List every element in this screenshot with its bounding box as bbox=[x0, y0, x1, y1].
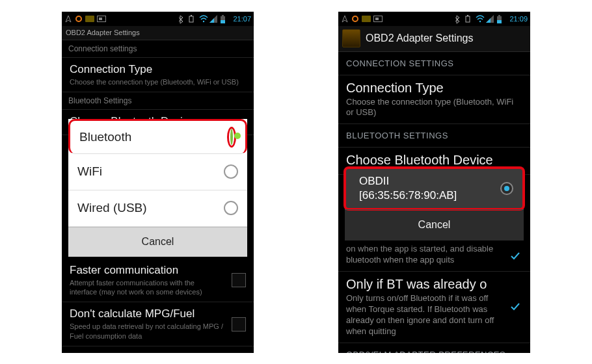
svg-rect-9 bbox=[222, 15, 224, 16]
signal-icon bbox=[486, 15, 494, 23]
device-name: OBDII bbox=[359, 174, 457, 188]
item-enhanced-mpg[interactable]: Enhanced MPG calculation bbox=[62, 346, 254, 353]
radio-icon bbox=[224, 201, 238, 215]
checkmark-icon[interactable] bbox=[508, 249, 522, 263]
wifi-icon bbox=[476, 15, 483, 23]
page-title: OBD2 Adapter Settings bbox=[366, 32, 473, 44]
title-bar: OBD2 Adapter Settings bbox=[62, 26, 254, 40]
button-label: Cancel bbox=[418, 219, 451, 231]
svg-rect-13 bbox=[467, 15, 468, 16]
item-title: Enhanced MPG calculation bbox=[70, 352, 246, 353]
battery-icon bbox=[496, 15, 504, 23]
battery-icon bbox=[220, 15, 228, 23]
badge-icon bbox=[362, 16, 371, 22]
battery-small-icon bbox=[189, 15, 196, 23]
item-title: Connection Type bbox=[346, 81, 522, 96]
option-label: Bluetooth bbox=[79, 130, 131, 144]
item-summary: Choose the connection type (Bluetooth, W… bbox=[70, 77, 246, 86]
option-wifi[interactable]: WiFi bbox=[68, 154, 247, 190]
option-wired-usb[interactable]: Wired (USB) bbox=[68, 190, 247, 227]
bluetooth-icon bbox=[455, 15, 463, 23]
item-title: Choose Bluetooth Device bbox=[346, 153, 522, 168]
item-summary: Only turns on/off Bluetooth if it was of… bbox=[346, 293, 522, 337]
page-title: OBD2 Adapter Settings bbox=[66, 29, 140, 36]
item-title: Only if BT was already o bbox=[346, 277, 522, 292]
svg-marker-0 bbox=[66, 16, 71, 22]
image-icon bbox=[373, 16, 383, 22]
checkmark-icon[interactable] bbox=[508, 300, 522, 314]
nav-icon bbox=[341, 15, 349, 23]
status-bar: 21:09 bbox=[338, 12, 530, 26]
clock: 21:09 bbox=[509, 15, 528, 23]
category-obd2-elm: OBD2/ELM ADAPTER PREFERENCES bbox=[338, 343, 530, 353]
device-mac: [66:35:56:78:90:AB] bbox=[359, 188, 457, 203]
cancel-button[interactable]: Cancel bbox=[345, 209, 524, 240]
svg-marker-6 bbox=[209, 18, 214, 23]
phone-left: 21:07 OBD2 Adapter Settings Connection s… bbox=[62, 12, 254, 353]
svg-rect-3 bbox=[191, 15, 192, 16]
option-bluetooth[interactable]: Bluetooth bbox=[68, 119, 247, 154]
item-dont-calc-mpg[interactable]: Don't calculate MPG/Fuel Speed up data r… bbox=[62, 302, 254, 346]
choose-bt-device-dialog: OBDII [66:35:56:78:90:AB] Cancel bbox=[345, 168, 524, 240]
category-connection: Connection settings bbox=[62, 40, 254, 58]
item-connection-type[interactable]: Connection Type Choose the connection ty… bbox=[62, 58, 254, 92]
item-faster-communication[interactable]: Faster communication Attempt faster comm… bbox=[62, 259, 254, 303]
item-summary: Choose the connection type (Bluetooth, W… bbox=[346, 97, 522, 119]
radio-highlight bbox=[227, 127, 236, 148]
action-bar: OBD2 Adapter Settings bbox=[338, 26, 530, 52]
checkbox[interactable] bbox=[232, 273, 246, 287]
item-summary: Attempt faster communications with the i… bbox=[70, 278, 246, 297]
nav-icon bbox=[64, 15, 72, 23]
radio-icon bbox=[230, 129, 233, 145]
item-connection-type[interactable]: Connection Type Choose the connection ty… bbox=[338, 75, 530, 125]
status-bar: 21:07 bbox=[62, 12, 254, 26]
svg-rect-2 bbox=[189, 16, 193, 22]
category-bluetooth: BLUETOOTH SETTINGS bbox=[338, 124, 530, 148]
category-connection: CONNECTION SETTINGS bbox=[338, 52, 530, 75]
item-title: Connection Type bbox=[70, 63, 246, 76]
item-title: Don't calculate MPG/Fuel bbox=[70, 307, 246, 320]
svg-point-11 bbox=[353, 16, 358, 21]
sync-icon bbox=[75, 15, 83, 23]
badge-icon bbox=[85, 16, 94, 22]
svg-rect-19 bbox=[498, 15, 500, 16]
checkbox[interactable] bbox=[232, 317, 246, 332]
wifi-icon bbox=[199, 15, 207, 23]
sync-icon bbox=[351, 15, 359, 23]
battery-small-icon bbox=[465, 15, 473, 23]
item-only-if-bt-already-on[interactable]: Only if BT was already o Only turns on/o… bbox=[338, 272, 530, 343]
svg-marker-10 bbox=[342, 16, 347, 22]
radio-icon bbox=[500, 182, 513, 195]
phone-right: 21:09 OBD2 Adapter Settings CONNECTION S… bbox=[338, 12, 530, 353]
svg-rect-12 bbox=[466, 16, 470, 22]
item-summary: Speed up data retrieval by not calculati… bbox=[70, 322, 246, 341]
item-title: Faster communication bbox=[70, 264, 246, 277]
svg-point-14 bbox=[479, 20, 481, 21]
signal-icon bbox=[209, 15, 217, 23]
button-label: Cancel bbox=[142, 236, 174, 248]
radio-icon bbox=[224, 164, 238, 179]
svg-point-1 bbox=[76, 16, 81, 21]
option-label: WiFi bbox=[77, 164, 102, 179]
category-bluetooth: Bluetooth Settings bbox=[62, 92, 254, 110]
svg-rect-18 bbox=[497, 20, 502, 23]
cancel-button[interactable]: Cancel bbox=[68, 227, 247, 257]
svg-rect-8 bbox=[221, 20, 225, 23]
svg-point-4 bbox=[203, 20, 204, 21]
clock: 21:07 bbox=[233, 15, 251, 23]
bluetooth-icon bbox=[178, 15, 186, 23]
image-icon bbox=[97, 16, 106, 22]
connection-type-dialog: Bluetooth WiFi Wired (USB) Cancel bbox=[68, 119, 247, 257]
device-obdii[interactable]: OBDII [66:35:56:78:90:AB] bbox=[343, 166, 525, 211]
option-label: Wired (USB) bbox=[77, 201, 147, 215]
item-bt-auto-trail[interactable]: on when the app is started, and disable … bbox=[338, 241, 530, 272]
item-summary: on when the app is started, and disable … bbox=[346, 244, 522, 266]
svg-marker-16 bbox=[486, 18, 491, 23]
app-icon bbox=[342, 29, 360, 47]
